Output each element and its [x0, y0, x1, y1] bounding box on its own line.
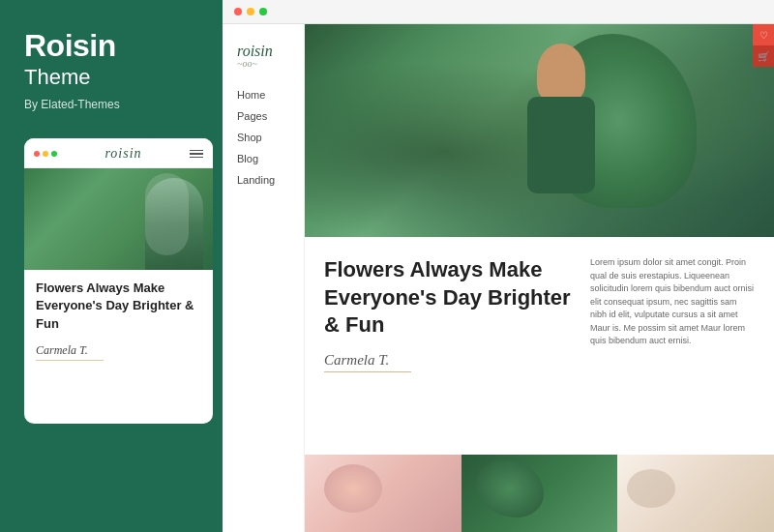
mobile-hero-image	[24, 168, 213, 270]
nav-item-landing[interactable]: Landing	[237, 174, 289, 186]
browser-dot-yellow	[247, 8, 254, 15]
desktop-main: ♡ 🛒 Flowers Always Make Everyone's Day B…	[305, 24, 774, 532]
content-signature: Carmela T.	[324, 352, 411, 372]
nav-item-home[interactable]: Home	[237, 89, 289, 101]
nav-item-blog[interactable]: Blog	[237, 153, 289, 164]
thumbnail-strip	[305, 455, 774, 532]
left-panel: Roisin Theme By Elated-Themes roisin Flo…	[0, 0, 223, 532]
mobile-window-dots	[34, 151, 57, 157]
desktop-preview: roisin ~oo~ Home Pages Shop Blog Landing…	[223, 24, 774, 532]
thumbnail-pink-flowers	[305, 455, 461, 532]
cart-icon[interactable]: 🛒	[753, 45, 774, 67]
theme-by: By Elated-Themes	[24, 98, 198, 111]
content-body-text: Lorem ipsum dolor sit amet congit. Proin…	[590, 256, 755, 445]
nav-item-pages[interactable]: Pages	[237, 110, 289, 122]
content-heading: Flowers Always Make Everyone's Day Brigh…	[324, 256, 571, 340]
dot-green	[51, 151, 57, 157]
mobile-content-area: Flowers Always Make Everyone's Day Brigh…	[24, 270, 213, 370]
wishlist-icon[interactable]: ♡	[753, 24, 774, 45]
desktop-hero-image: ♡ 🛒	[305, 24, 774, 237]
hero-side-actions: ♡ 🛒	[753, 24, 774, 67]
mobile-logo: roisin	[104, 146, 141, 162]
mobile-signature: Carmela T.	[36, 343, 104, 361]
thumbnail-light-flowers	[617, 455, 774, 532]
desktop-nav: roisin ~oo~ Home Pages Shop Blog Landing	[223, 24, 305, 532]
browser-dot-red	[234, 8, 242, 15]
theme-subtitle: Theme	[24, 65, 198, 90]
mobile-heading: Flowers Always Make Everyone's Day Brigh…	[36, 280, 201, 333]
hero-person-figure	[464, 24, 658, 237]
nav-item-shop[interactable]: Shop	[237, 132, 289, 143]
hamburger-icon[interactable]	[190, 150, 203, 159]
browser-chrome	[223, 0, 774, 24]
right-panel: roisin ~oo~ Home Pages Shop Blog Landing…	[223, 0, 774, 532]
content-left: Flowers Always Make Everyone's Day Brigh…	[324, 256, 571, 445]
theme-title: Roisin	[24, 29, 198, 63]
thumbnail-green-foliage	[461, 455, 618, 532]
desktop-logo: roisin ~oo~	[237, 42, 289, 70]
mobile-top-bar: roisin	[24, 138, 213, 168]
dot-red	[34, 151, 40, 157]
desktop-content-area: Flowers Always Make Everyone's Day Brigh…	[305, 237, 774, 455]
dot-yellow	[43, 151, 48, 157]
mobile-preview: roisin Flowers Always Make Everyone's Da…	[24, 138, 213, 424]
browser-dot-green	[259, 8, 267, 15]
desktop-nav-items: Home Pages Shop Blog Landing	[237, 89, 289, 186]
